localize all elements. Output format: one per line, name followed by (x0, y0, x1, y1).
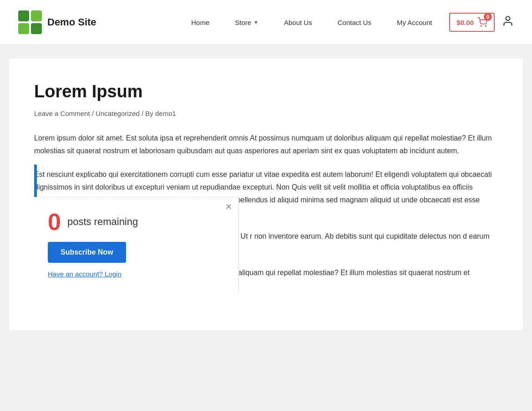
logo-square-1 (18, 10, 29, 21)
posts-remaining-label: posts remaining (67, 216, 138, 228)
article-author: demo1 (155, 110, 176, 117)
leave-comment-link[interactable]: Leave a Comment (34, 110, 90, 117)
site-header: Demo Site Home Store ▼ About Us Contact … (0, 0, 532, 45)
subscribe-now-button[interactable]: Subscribe Now (48, 242, 126, 263)
paywall-count-area: 0 posts remaining (48, 210, 225, 234)
paywall-popup: ✕ 0 posts remaining Subscribe Now Have a… (34, 197, 239, 292)
nav-store[interactable]: Store ▼ (222, 0, 271, 45)
nav-about[interactable]: About Us (271, 0, 325, 45)
logo-square-2 (31, 10, 42, 21)
nav-home[interactable]: Home (178, 0, 222, 45)
svg-point-1 (485, 25, 486, 26)
cart-icon-wrap: 0 (477, 17, 487, 27)
article-body: Lorem ipsum dolor sit amet. Est soluta i… (34, 132, 498, 292)
chevron-down-icon: ▼ (253, 20, 258, 25)
logo-square-4 (31, 23, 42, 34)
nav-contact[interactable]: Contact Us (325, 0, 384, 45)
nav-account[interactable]: My Account (384, 0, 445, 45)
have-account-login-link[interactable]: Have an account? Login (48, 270, 122, 278)
article-meta: Leave a Comment / Uncategorized / By dem… (34, 110, 498, 117)
logo-icon (18, 10, 42, 34)
article-para-1: Lorem ipsum dolor sit amet. Est soluta i… (34, 132, 498, 157)
page-wrapper: Lorem Ipsum Leave a Comment / Uncategori… (0, 45, 532, 411)
article-card: Lorem Ipsum Leave a Comment / Uncategori… (9, 59, 523, 330)
posts-remaining-count: 0 (48, 210, 61, 234)
user-account-icon[interactable] (502, 15, 514, 30)
article-category: Uncategorized (96, 110, 140, 117)
logo-area[interactable]: Demo Site (18, 10, 96, 34)
site-name: Demo Site (47, 16, 96, 28)
svg-point-2 (506, 16, 510, 20)
article-title: Lorem Ipsum (34, 81, 498, 102)
logo-square-3 (18, 23, 29, 34)
cart-button[interactable]: $0.00 0 (449, 13, 495, 32)
cart-badge: 0 (484, 13, 492, 21)
svg-point-0 (481, 25, 481, 26)
article-lower-section: emo excepturi sit repellendus praesentiu… (34, 230, 498, 292)
paywall-close-button[interactable]: ✕ (225, 203, 232, 211)
cart-price: $0.00 (456, 19, 474, 26)
main-nav: Home Store ▼ About Us Contact Us My Acco… (178, 0, 445, 45)
